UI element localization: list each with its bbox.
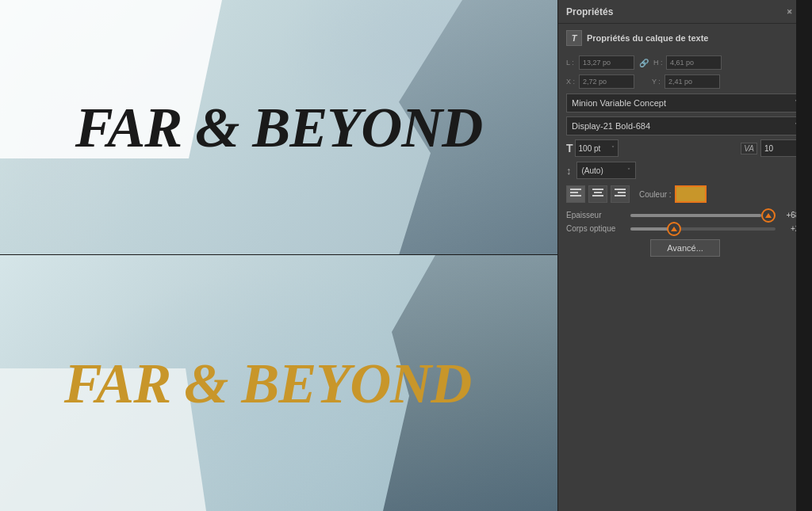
kerning-value: 10 — [764, 144, 773, 153]
font-size-kerning-row: T 100 pt ˅ VA 10 ˅ — [566, 139, 804, 157]
panel-header: Propriétés × ≡ — [558, 0, 812, 24]
align-left-icon — [570, 189, 581, 200]
align-left-button[interactable] — [566, 185, 585, 203]
corps-optique-row: Corps optique +21 — [566, 224, 804, 233]
epaisseur-slider-track[interactable] — [630, 214, 776, 217]
font-size-group: T 100 pt ˅ — [566, 139, 619, 157]
canvas-area: FAR & BEYOND FAR & BEYOND — [0, 0, 557, 511]
align-right-icon — [615, 189, 626, 200]
font-style-dropdown[interactable]: Display-21 Bold-684 ˅ — [566, 116, 804, 135]
font-family-dropdown[interactable]: Minion Variable Concept ˅ — [566, 93, 804, 112]
canvas-text-top: FAR & BEYOND — [75, 95, 482, 161]
corps-optique-slider-track[interactable] — [630, 227, 776, 231]
lh-row: L : 13,27 po 🔗 H : 4,61 po — [566, 55, 804, 70]
epaisseur-thumb-container — [761, 208, 776, 223]
epaisseur-thumb-triangle — [765, 213, 772, 218]
canvas-top: FAR & BEYOND — [0, 0, 557, 255]
kerning-icon: VA — [741, 143, 757, 154]
corps-optique-thumb[interactable] — [667, 222, 681, 236]
y-input[interactable]: 2,41 po — [665, 74, 720, 89]
l-label: L : — [566, 59, 576, 67]
l-value: 13,27 po — [583, 59, 611, 67]
corps-optique-thumb-triangle — [671, 227, 677, 231]
y-label: Y : — [652, 78, 661, 86]
leading-row: ↕ (Auto) ˅ — [566, 162, 804, 179]
font-size-arrow: ˅ — [611, 145, 615, 152]
svg-rect-4 — [594, 192, 602, 193]
align-center-icon — [592, 189, 603, 200]
h-label: H : — [653, 59, 663, 67]
text-layer-icon: T — [566, 30, 582, 46]
canvas-bottom: FAR & BEYOND — [0, 255, 557, 511]
panel-body: T Propriétés du calque de texte L : 13,2… — [558, 24, 812, 511]
y-value: 2,41 po — [668, 78, 692, 86]
svg-rect-0 — [570, 189, 581, 190]
l-input[interactable]: 13,27 po — [579, 55, 634, 70]
leading-icon: ↕ — [566, 165, 572, 177]
section-title: T Propriétés du calque de texte — [566, 30, 804, 46]
kerning-group: VA 10 ˅ — [741, 139, 804, 157]
color-swatch[interactable] — [675, 185, 707, 203]
svg-rect-2 — [570, 195, 581, 196]
avance-button[interactable]: Avancé... — [650, 239, 720, 257]
x-input[interactable]: 2,72 po — [579, 74, 634, 89]
epaisseur-label: Epaisseur — [566, 211, 626, 219]
align-center-button[interactable] — [588, 185, 607, 203]
font-family-label: Minion Variable Concept — [572, 98, 666, 108]
align-color-row: Couleur : — [566, 185, 804, 203]
font-size-icon: T — [566, 142, 573, 154]
epaisseur-fill — [630, 214, 761, 217]
double-chevron[interactable]: « — [787, 6, 792, 16]
h-value: 4,61 po — [670, 59, 694, 67]
svg-rect-8 — [615, 195, 626, 196]
leading-arrow: ˅ — [627, 167, 630, 174]
leading-value: (Auto) — [582, 166, 603, 175]
text-layer-label: Propriétés du calque de texte — [587, 33, 708, 43]
link-icon: 🔗 — [638, 59, 650, 67]
font-size-value: 100 pt — [579, 144, 601, 153]
dark-strip — [796, 0, 812, 511]
svg-rect-7 — [618, 192, 626, 193]
leading-input[interactable]: (Auto) ˅ — [576, 162, 636, 179]
xy-row: X : 2,72 po Y : 2,41 po — [566, 74, 804, 89]
align-right-button[interactable] — [611, 185, 630, 203]
svg-rect-3 — [592, 189, 603, 190]
panel-title: Propriétés — [566, 6, 613, 17]
font-style-label: Display-21 Bold-684 — [572, 121, 650, 131]
canvas-text-bottom: FAR & BEYOND — [64, 350, 471, 416]
epaisseur-row: Epaisseur +684 — [566, 211, 804, 219]
svg-rect-1 — [570, 192, 578, 193]
font-size-input[interactable]: 100 pt ˅ — [575, 139, 619, 157]
h-input[interactable]: 4,61 po — [666, 55, 722, 70]
x-value: 2,72 po — [583, 78, 607, 86]
corps-optique-label: Corps optique — [566, 224, 626, 233]
svg-rect-6 — [615, 189, 626, 190]
color-label: Couleur : — [639, 190, 672, 199]
svg-rect-5 — [592, 195, 603, 196]
x-label: X : — [566, 78, 576, 86]
corps-optique-thumb-container — [667, 222, 681, 236]
epaisseur-thumb[interactable] — [761, 208, 776, 223]
properties-panel: Propriétés × ≡ T Propriétés du calque de… — [557, 0, 812, 511]
